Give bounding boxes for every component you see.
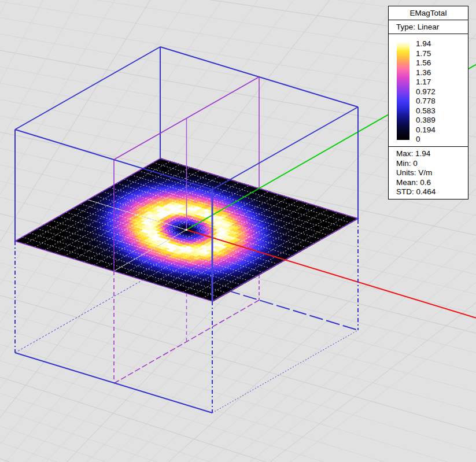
legend-stats: Max: 1.94 Min: 0 Units: V/m Mean: 0.6 ST…: [389, 147, 468, 197]
stat-min: Min: 0: [396, 159, 468, 169]
colorbar-tick: 0.778: [416, 97, 436, 106]
colorbar-tick: 0.389: [416, 116, 436, 125]
legend-title: EMagTotal: [389, 6, 468, 20]
stat-max: Max: 1.94: [396, 149, 468, 159]
stat-mean: Mean: 0.6: [396, 178, 468, 188]
legend-colorbar-section: 1.94 1.75 1.56 1.36 1.17 0.972 0.778 0.5…: [389, 34, 468, 147]
em-simulation-viewport-window: { "legend": { "title": "EMagTotal", "typ…: [0, 0, 476, 462]
colorbar-tick: 0: [416, 135, 436, 145]
colorbar-tick: 0.583: [416, 106, 436, 116]
colorbar-tick: 1.94: [416, 39, 436, 49]
stat-std: STD: 0.464: [396, 187, 468, 197]
colorbar-tick: 1.56: [416, 58, 436, 68]
colorbar-tick: 0.972: [416, 87, 436, 97]
colorbar-gradient: [397, 42, 409, 140]
colorbar-tick: 1.75: [416, 49, 436, 59]
colorbar-ticks: 1.94 1.75 1.56 1.36 1.17 0.972 0.778 0.5…: [416, 39, 436, 145]
colorbar-tick: 0.194: [416, 125, 436, 135]
colorbar-tick: 1.36: [416, 68, 436, 78]
legend-scale-type: Type: Linear: [389, 20, 468, 34]
colorbar-tick: 1.17: [416, 77, 436, 87]
stat-units: Units: V/m: [396, 168, 468, 178]
field-legend-panel: EMagTotal Type: Linear 1.94 1.75 1.56 1.…: [388, 6, 468, 199]
